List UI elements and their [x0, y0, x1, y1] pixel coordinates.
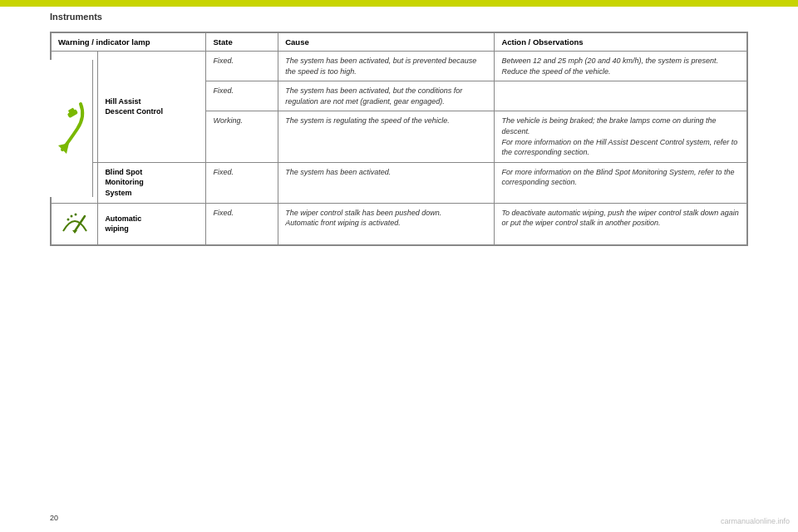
cause-hill-1: The system has been activated, but is pr… — [278, 52, 495, 81]
instruments-table: Warning / indicator lamp State Cause Act… — [50, 32, 748, 246]
state-wipe: Fixed. — [206, 203, 278, 245]
page-title: Instruments — [0, 7, 798, 25]
watermark: carmanualonline.info — [721, 517, 790, 525]
svg-point-11 — [70, 214, 72, 217]
table-row: Hill AssistDescent Control Fixed. The sy… — [52, 52, 747, 81]
table-row: Automaticwiping Fixed. The wiper control… — [52, 203, 747, 245]
green-arrow-overlay — [50, 60, 93, 197]
cause-hill-3: The system is regulating the speed of th… — [278, 111, 495, 162]
svg-marker-14 — [58, 143, 69, 154]
hill-label: Hill AssistDescent Control — [105, 97, 163, 116]
col-header-action: Action / Observations — [495, 33, 747, 52]
table-row: Blind SpotMonitoringSystem Fixed. The sy… — [52, 162, 747, 203]
state-hill-2: Fixed. — [206, 81, 278, 111]
icon-cell-wipe — [52, 203, 98, 245]
label-cell-wipe: Automaticwiping — [98, 203, 206, 245]
col-header-cause: Cause — [278, 33, 495, 52]
label-cell-blind: Blind SpotMonitoringSystem — [98, 162, 206, 203]
svg-point-10 — [66, 218, 69, 220]
state-hill-3: Working. — [206, 111, 278, 162]
col-header-warning: Warning / indicator lamp — [52, 33, 206, 52]
col-header-state: State — [206, 33, 278, 52]
label-cell-hill: Hill AssistDescent Control — [98, 52, 206, 163]
svg-line-9 — [75, 216, 85, 231]
state-hill-1: Fixed. — [206, 52, 278, 81]
action-hill-3: The vehicle is being braked; the brake l… — [495, 111, 747, 162]
blind-label: Blind SpotMonitoringSystem — [105, 168, 144, 197]
cause-blind: The system has been activated. — [278, 162, 495, 203]
auto-wipe-icon — [60, 208, 90, 238]
action-wipe: To deactivate automatic wiping, push the… — [495, 203, 747, 245]
header-accent-bar — [0, 0, 798, 7]
action-hill-2 — [495, 81, 747, 111]
cause-hill-2: The system has been activated, but the c… — [278, 81, 495, 111]
action-hill-1: Between 12 and 25 mph (20 and 40 km/h), … — [495, 52, 747, 81]
action-blind: For more information on the Blind Spot M… — [495, 162, 747, 203]
page-number: 20 — [50, 514, 58, 522]
cause-wipe: The wiper control stalk has been pushed … — [278, 203, 495, 245]
wipe-label: Automaticwiping — [105, 214, 141, 234]
svg-marker-13 — [72, 230, 77, 234]
state-blind: Fixed. — [206, 162, 278, 203]
green-arrow-large-icon — [54, 100, 89, 158]
svg-point-12 — [74, 213, 76, 215]
